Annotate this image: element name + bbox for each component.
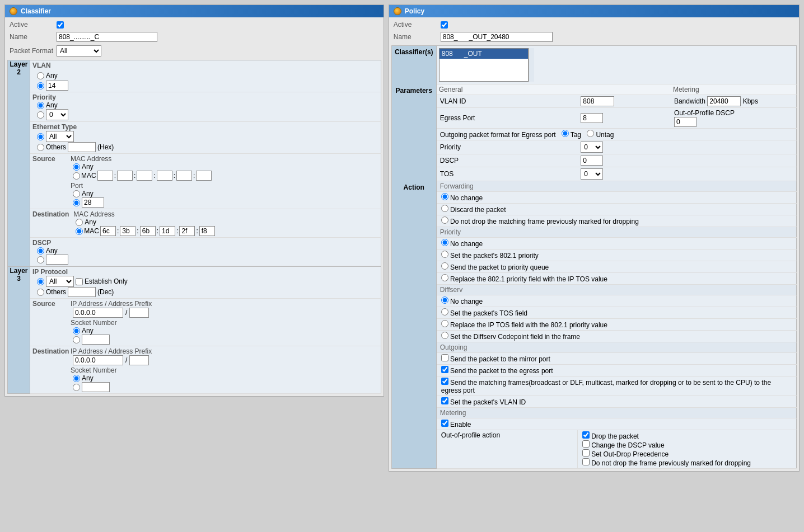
ethernet-type-label: Ethernet Type (32, 123, 378, 131)
outgoing-section-label: Outgoing (436, 342, 796, 353)
src-port-input[interactable] (82, 197, 104, 208)
vlan-input[interactable] (46, 81, 68, 91)
metering-section-label: Metering (436, 408, 796, 418)
packet-format-select[interactable]: All 802.3 Ethernet II (57, 45, 101, 57)
ethernet-others-input[interactable] (68, 142, 96, 152)
vlan-value-option[interactable] (37, 81, 68, 91)
dst-ip-prefix[interactable] (129, 355, 149, 365)
out-profile-dscp-input[interactable] (674, 117, 697, 127)
dst-mac-4[interactable] (160, 226, 175, 236)
bandwidth-input[interactable] (707, 96, 741, 106)
dscp-label: DSCP (32, 239, 378, 247)
src-ip-input[interactable] (73, 308, 123, 318)
bandwidth-unit: Kbps (743, 97, 758, 105)
policy-panel-header: Policy (389, 5, 799, 17)
parameters-label: Parameters (391, 84, 436, 181)
classifier-panel-header: Classifier (5, 5, 384, 17)
destination-label: Destination (32, 210, 69, 218)
priority-select[interactable]: 0 (581, 142, 603, 153)
tos-select[interactable]: 0 (581, 168, 603, 180)
layer2-label: Layer 2 (8, 60, 30, 267)
ip-protocol-select[interactable]: All (46, 276, 74, 287)
dst-socket-input[interactable] (82, 382, 110, 392)
ip-protocol-label: IP Protocol (32, 268, 378, 276)
classifier-list-item[interactable]: 808 _OUT (440, 49, 528, 59)
vlan-label: VLAN (32, 62, 83, 69)
mac-address-label: MAC Address (71, 155, 212, 163)
dscp-value-input[interactable] (581, 156, 603, 166)
diffserv-label: Diffserv (436, 285, 796, 295)
dst-mac-5[interactable] (179, 226, 195, 236)
classifiers-label: Classifier(s) (391, 46, 436, 84)
dst-mac-3[interactable] (140, 226, 156, 236)
name-input[interactable]: 808_........._C (57, 32, 157, 42)
policy-name-input[interactable] (441, 32, 553, 42)
policy-priority-label: Priority (436, 140, 577, 154)
l3-source-label: Source (32, 300, 66, 308)
priority-select[interactable]: 0 (46, 109, 68, 120)
out-profile-dscp-label: Out-of-Profile DSCP (674, 109, 735, 117)
name-label: Name (10, 33, 54, 41)
bandwidth-label: Bandwidth (674, 97, 705, 105)
vlan-id-label: VLAN ID (436, 95, 577, 108)
policy-name-label: Name (394, 33, 438, 41)
policy-title: Policy (405, 7, 424, 15)
action-label: Action (391, 181, 436, 469)
port-label: Port (71, 182, 212, 190)
src-ip-prefix[interactable] (129, 308, 149, 318)
priority-action-label: Priority (436, 227, 796, 238)
dst-ip-input[interactable] (73, 355, 123, 365)
dst-mac-6[interactable] (199, 226, 215, 236)
policy-dscp-label: DSCP (436, 154, 577, 167)
policy-active-label: Active (394, 21, 438, 29)
source-label: Source (32, 155, 66, 163)
vlan-any-option[interactable]: Any (37, 72, 68, 79)
active-checkbox[interactable] (57, 21, 64, 29)
active-label: Active (10, 21, 54, 29)
egress-port-label: Egress Port (436, 108, 577, 129)
dst-mac-1[interactable] (100, 226, 116, 236)
ip-others-input[interactable] (68, 287, 96, 297)
policy-active-checkbox[interactable] (441, 21, 448, 29)
priority-any-option[interactable]: Any (37, 101, 378, 109)
general-label: General (436, 84, 671, 95)
vlan-id-input[interactable] (581, 96, 614, 106)
outgoing-format-label: Outgoing packet format for Egress port T… (436, 129, 671, 140)
src-socket-input[interactable] (82, 335, 110, 345)
egress-port-input[interactable] (581, 113, 603, 123)
out-of-profile-label: Out-of-profile action (436, 430, 577, 469)
ethernet-type-select[interactable]: All (46, 131, 74, 142)
packet-format-label: Packet Format (10, 47, 54, 55)
l3-destination-label: Destination (32, 347, 66, 355)
forwarding-label: Forwarding (436, 181, 796, 192)
classifier-status-icon (10, 7, 17, 15)
establish-only-check[interactable] (76, 278, 83, 285)
dscp-input[interactable] (46, 255, 68, 265)
tos-label: TOS (436, 167, 577, 181)
classifier-list[interactable]: 808 _OUT (439, 48, 529, 82)
layer3-label: Layer 3 (8, 267, 30, 394)
policy-status-icon (394, 7, 401, 15)
dst-mac-2[interactable] (120, 226, 135, 236)
classifier-title: Classifier (21, 7, 51, 15)
metering-header: Metering (671, 84, 797, 95)
priority-label: Priority (32, 93, 378, 101)
priority-value-option[interactable]: 0 (37, 109, 378, 120)
